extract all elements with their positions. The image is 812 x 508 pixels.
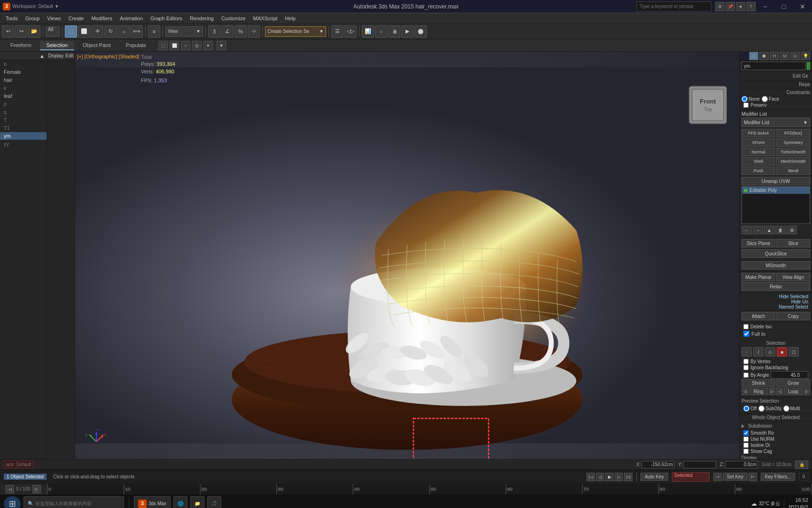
sel-border-btn[interactable]: ◇ bbox=[765, 347, 775, 357]
close-btn[interactable]: ✕ bbox=[793, 0, 812, 13]
mod-turbosmooth[interactable]: TurboSmooth bbox=[776, 148, 810, 156]
preserve-checkbox[interactable] bbox=[743, 103, 749, 108]
tl-shrink-btn[interactable]: ▷ bbox=[32, 485, 41, 493]
play-btn[interactable]: ▶ bbox=[605, 473, 614, 481]
viewport-container[interactable]: [+] [Orthographic] [Shaded] Total Polys:… bbox=[75, 52, 739, 459]
scene-item-hair[interactable]: hair bbox=[0, 76, 47, 84]
object-name-input[interactable] bbox=[742, 62, 806, 70]
multi-radio[interactable]: Multi bbox=[783, 405, 800, 412]
motion-icon[interactable]: M bbox=[780, 52, 789, 60]
menu-help[interactable]: Help bbox=[281, 13, 300, 23]
slice-btn[interactable]: Slice bbox=[776, 239, 810, 247]
selection-sets-dropdown[interactable]: Create Selection Se▼ bbox=[265, 26, 326, 37]
display-label[interactable]: Display bbox=[48, 53, 63, 58]
scene-3d[interactable]: [+] [Orthographic] [Shaded] Total Polys:… bbox=[75, 52, 739, 459]
scale-btn[interactable]: ⟐ bbox=[117, 25, 130, 38]
use-nurms-check[interactable] bbox=[743, 437, 749, 442]
mod-ctrl-back[interactable]: ← bbox=[742, 226, 752, 234]
goto-end-btn[interactable]: ▷| bbox=[624, 473, 632, 481]
make-planar-btn[interactable]: Make Planar bbox=[742, 273, 775, 281]
mod-meshsmooth[interactable]: MeshSmooth bbox=[776, 157, 810, 166]
move-btn[interactable]: ✛ bbox=[91, 25, 103, 38]
by-vertex-check[interactable] bbox=[743, 359, 749, 364]
by-angle-check[interactable] bbox=[743, 373, 749, 378]
mod-symmetry[interactable]: Symmetry bbox=[776, 138, 810, 147]
tab-populate[interactable]: Populate bbox=[119, 41, 153, 50]
toolbar-icon-1[interactable]: ⚙ bbox=[715, 2, 725, 11]
mod-list-item-editable-poly[interactable]: Editable Poly bbox=[742, 187, 810, 194]
scene-item-leaf[interactable]: leaf bbox=[0, 92, 47, 100]
mod-bend[interactable]: Bend bbox=[776, 167, 810, 175]
auto-key-btn[interactable]: Auto Key bbox=[640, 473, 668, 481]
taskbar-3dsmax[interactable]: 3 3ds Max bbox=[134, 496, 171, 508]
scene-item-p[interactable]: p bbox=[0, 100, 47, 108]
scene-item-ym[interactable]: ym bbox=[0, 132, 47, 140]
sel-tool-1[interactable]: ⬚ bbox=[158, 41, 168, 50]
relax-btn[interactable]: Relax bbox=[742, 282, 810, 291]
right-panel-collapse[interactable]: ◁ bbox=[739, 246, 740, 265]
render-btn[interactable]: ▶ bbox=[401, 25, 414, 38]
mod-normal[interactable]: Normal bbox=[742, 148, 775, 156]
next-frame-btn[interactable]: ▷ bbox=[615, 473, 623, 481]
maximize-btn[interactable]: □ bbox=[774, 0, 793, 13]
menu-animation[interactable]: Animation bbox=[116, 13, 147, 23]
ring-left-btn[interactable]: ◁ bbox=[742, 388, 748, 395]
scene-item-yy[interactable]: yy bbox=[0, 140, 47, 148]
unwrap-uvw-btn[interactable]: Unwrap UVW bbox=[742, 177, 810, 185]
tab-freeform[interactable]: Freeform bbox=[4, 41, 38, 50]
off-radio[interactable]: Off bbox=[743, 405, 757, 412]
menu-graph-editors[interactable]: Graph Editors bbox=[147, 13, 186, 23]
select-region-btn[interactable]: ⬜ bbox=[78, 25, 90, 38]
copy-btn[interactable]: Copy bbox=[776, 312, 810, 320]
x-coord-input[interactable] bbox=[641, 461, 674, 468]
sel-edge-btn[interactable]: / bbox=[753, 347, 764, 357]
taskbar-explorer[interactable]: 📁 bbox=[190, 496, 204, 508]
hide-unselected-link[interactable]: Hide Un bbox=[742, 299, 810, 304]
render-setup-btn[interactable]: 🖥 bbox=[388, 25, 400, 38]
sel-tool-4[interactable]: ◎ bbox=[192, 41, 202, 50]
mod-ctrl-config[interactable]: ⚙ bbox=[787, 226, 797, 234]
render-icon[interactable]: ⬢ bbox=[759, 52, 769, 60]
percent-snap-btn[interactable]: % bbox=[234, 25, 247, 38]
face-radio[interactable]: Face bbox=[762, 96, 779, 102]
rotate-btn[interactable]: ↻ bbox=[104, 25, 117, 38]
undo-btn[interactable]: ↩ bbox=[2, 25, 14, 38]
mod-push[interactable]: Push bbox=[742, 167, 775, 175]
angle-input[interactable] bbox=[771, 371, 808, 379]
tl-expand-btn[interactable]: ◁ bbox=[6, 485, 14, 493]
named-selections-link[interactable]: Named Select bbox=[742, 304, 810, 310]
prev-frame-btn[interactable]: ◁ bbox=[596, 473, 604, 481]
filter-select[interactable]: All bbox=[46, 26, 60, 37]
scene-item-q[interactable]: q bbox=[0, 108, 47, 116]
select-btn[interactable]: ⬚ bbox=[65, 25, 77, 38]
loop-btn[interactable]: Loop bbox=[784, 388, 803, 395]
menu-rendering[interactable]: Rendering bbox=[186, 13, 218, 23]
material-btn[interactable]: ○ bbox=[375, 25, 387, 38]
modifier-list-dropdown[interactable]: Modifier List▼ bbox=[742, 118, 810, 127]
ring-btn[interactable]: Ring bbox=[749, 388, 768, 395]
mod-ffdbox[interactable]: FFD(box) bbox=[776, 129, 810, 137]
display-mode-icon[interactable]: ⬡ bbox=[749, 52, 758, 60]
key-filters-btn[interactable]: Key Filters... bbox=[761, 473, 796, 481]
toolbar-icon-3[interactable]: ★ bbox=[736, 2, 745, 11]
key-next-btn[interactable]: ⊢ bbox=[749, 473, 757, 481]
quickslice-btn[interactable]: QuickSlice bbox=[742, 249, 810, 258]
named-sel-btn[interactable]: ☰ bbox=[331, 25, 344, 38]
smooth-result-check[interactable] bbox=[743, 430, 749, 436]
hierarchy-icon[interactable]: H bbox=[770, 52, 779, 60]
view-dropdown[interactable]: View▼ bbox=[165, 26, 203, 37]
taskbar-media[interactable]: 🎵 bbox=[207, 496, 221, 508]
selected-dropdown[interactable]: Selected bbox=[672, 472, 710, 482]
mod-ctrl-fwd[interactable]: → bbox=[753, 226, 763, 234]
mirror-btn[interactable]: ⟺ bbox=[131, 25, 143, 38]
toolbar-icon-2[interactable]: 📌 bbox=[726, 2, 735, 11]
toolbar-icon-4[interactable]: ? bbox=[746, 2, 756, 11]
start-btn[interactable]: ⊞ bbox=[4, 496, 21, 508]
menu-views[interactable]: Views bbox=[43, 13, 64, 23]
subobj-radio[interactable]: SubObj bbox=[758, 405, 781, 412]
key-prev-btn[interactable]: ⊣ bbox=[713, 473, 722, 481]
hide-selected-link[interactable]: Hide Selected bbox=[742, 294, 810, 299]
msmooth-btn[interactable]: MSmooth bbox=[742, 261, 810, 270]
mod-shell[interactable]: Shell bbox=[742, 157, 775, 166]
taskbar-browser[interactable]: 🌐 bbox=[173, 496, 187, 508]
